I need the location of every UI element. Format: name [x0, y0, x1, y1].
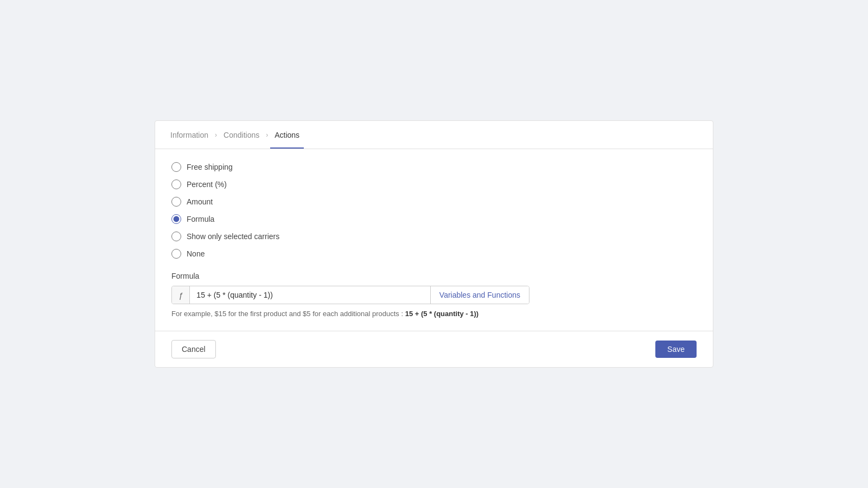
- cancel-button[interactable]: Cancel: [171, 340, 216, 358]
- formula-section: Formula ƒ Variables and Functions For ex…: [171, 272, 697, 318]
- radio-label-none[interactable]: None: [171, 249, 697, 259]
- radio-label-amount[interactable]: Amount: [171, 197, 697, 207]
- tab-bar: Information › Conditions › Actions: [155, 121, 713, 149]
- tab-information[interactable]: Information: [166, 121, 213, 149]
- radio-percent[interactable]: [171, 179, 181, 189]
- radio-none-text: None: [187, 249, 205, 258]
- save-button[interactable]: Save: [655, 341, 697, 358]
- tab-conditions-label: Conditions: [224, 131, 259, 139]
- footer: Cancel Save: [155, 331, 713, 367]
- radio-label-show-carriers[interactable]: Show only selected carriers: [171, 232, 697, 241]
- radio-show-carriers[interactable]: [171, 232, 181, 241]
- radio-free-shipping[interactable]: [171, 162, 181, 172]
- radio-label-formula[interactable]: Formula: [171, 214, 697, 224]
- radio-free-shipping-text: Free shipping: [187, 163, 233, 171]
- radio-label-free-shipping[interactable]: Free shipping: [171, 162, 697, 172]
- formula-hint-formula: 15 + (5 * (quantity - 1)): [405, 310, 478, 318]
- tab-actions-label: Actions: [275, 131, 299, 139]
- radio-formula-text: Formula: [187, 215, 214, 223]
- tab-conditions[interactable]: Conditions: [219, 121, 264, 149]
- radio-formula[interactable]: [171, 214, 181, 224]
- radio-percent-text: Percent (%): [187, 180, 227, 189]
- radio-amount[interactable]: [171, 197, 181, 207]
- radio-none[interactable]: [171, 249, 181, 259]
- formula-section-label: Formula: [171, 272, 697, 280]
- formula-hint: For example, $15 for the first product a…: [171, 310, 697, 318]
- action-radio-group: Free shipping Percent (%) Amount Formula…: [171, 162, 697, 259]
- formula-input[interactable]: [190, 286, 430, 304]
- chevron-icon-2: ›: [266, 131, 268, 139]
- radio-amount-text: Amount: [187, 197, 213, 206]
- main-card: Information › Conditions › Actions Free …: [155, 120, 713, 368]
- content-area: Free shipping Percent (%) Amount Formula…: [155, 149, 713, 331]
- formula-input-row: ƒ Variables and Functions: [171, 286, 529, 304]
- tab-actions[interactable]: Actions: [270, 121, 304, 149]
- tab-information-label: Information: [170, 131, 208, 139]
- radio-label-percent[interactable]: Percent (%): [171, 179, 697, 189]
- formula-icon: ƒ: [172, 286, 190, 304]
- chevron-icon-1: ›: [215, 131, 217, 139]
- formula-hint-prefix: For example, $15 for the first product a…: [171, 310, 405, 318]
- radio-show-carriers-text: Show only selected carriers: [187, 232, 279, 241]
- variables-and-functions-button[interactable]: Variables and Functions: [430, 286, 529, 304]
